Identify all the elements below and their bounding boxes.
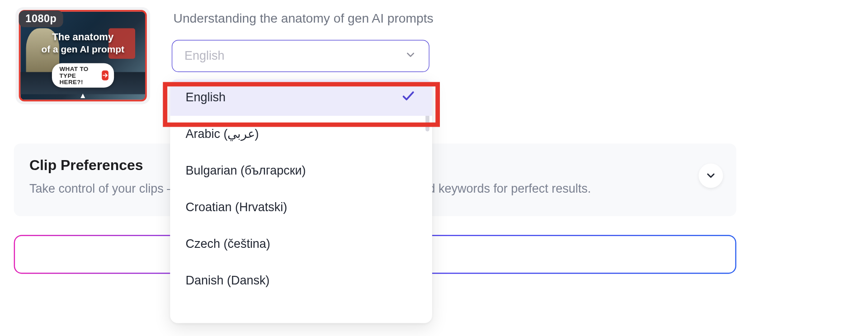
language-select-value: English [184,49,224,63]
video-title: Understanding the anatomy of gen AI prom… [174,11,434,26]
language-option[interactable]: Croatian (Hrvatski) [170,189,432,226]
arrow-right-icon [102,71,108,80]
language-option[interactable]: Bulgarian (български) [170,152,432,189]
video-thumbnail[interactable]: The anatomy of a gen AI prompt WHAT TO T… [15,7,150,104]
cursor-icon: ▲ [79,91,87,100]
expand-button[interactable] [698,164,723,188]
language-option[interactable]: Arabic (عربي) [170,116,432,152]
language-option[interactable]: English [170,79,432,116]
check-icon [401,89,415,106]
language-option[interactable]: Czech (čeština) [170,226,432,262]
resolution-badge: 1080p [19,10,63,27]
language-option[interactable]: Danish (Dansk) [170,262,432,299]
thumbnail-pill: WHAT TO TYPE HERE?! [52,63,114,88]
thumbnail-overlay-text: The anatomy of a gen AI prompt [20,31,145,56]
language-select[interactable]: English [172,40,429,72]
language-dropdown[interactable]: EnglishArabic (عربي)Bulgarian (български… [170,79,432,323]
chevron-down-icon [405,49,417,63]
